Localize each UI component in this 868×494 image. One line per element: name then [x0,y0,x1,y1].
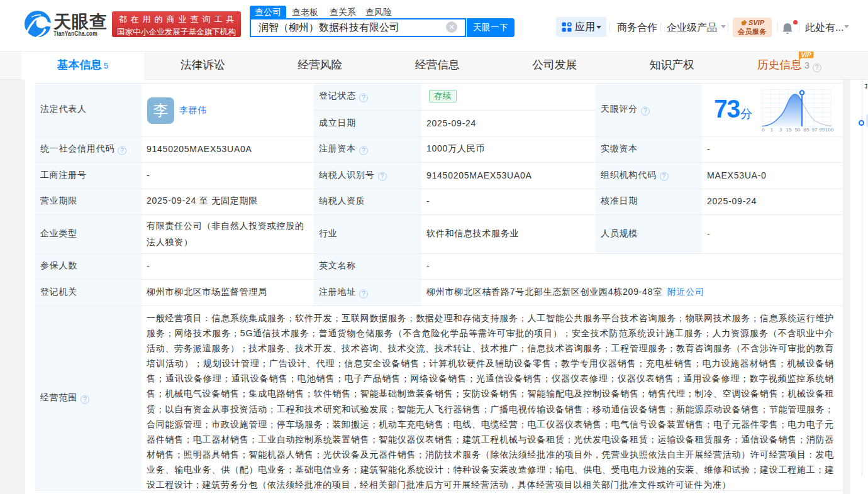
svg-text:99: 99 [819,127,825,133]
svg-text:15: 15 [786,127,792,133]
svg-text:100: 100 [825,127,834,133]
svg-text:50: 50 [795,127,801,133]
svg-text:85: 85 [804,127,810,133]
svg-text:97: 97 [812,127,818,133]
svg-text:1: 1 [771,127,774,133]
svg-text:0: 0 [762,127,765,133]
svg-text:3: 3 [779,127,782,133]
